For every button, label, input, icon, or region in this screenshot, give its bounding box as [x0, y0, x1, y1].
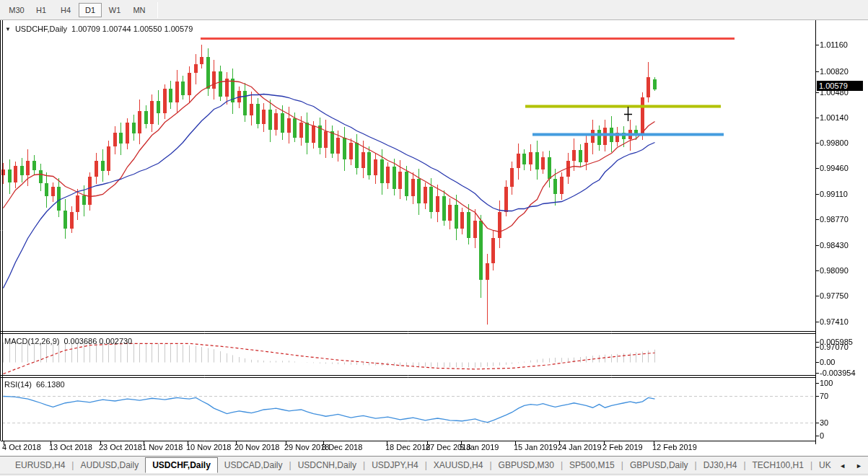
tab-usdjpy-h4[interactable]: USDJPY,H4 [365, 458, 424, 472]
macd-axis-label: 0.005985 [820, 338, 853, 346]
price-axis-label: 1.00140 [820, 113, 849, 122]
price-axis-label: 0.99110 [820, 190, 848, 198]
timeframe-button-mn[interactable]: MN [128, 3, 151, 17]
rsi-value: 66.1380 [36, 380, 65, 389]
price-axis-label: 0.98430 [820, 241, 849, 250]
timeframe-button-w1[interactable]: W1 [103, 3, 126, 17]
mt4-window: M30H1H4D1W1MN ▼ USDCHF,Daily 1.00709 1.0… [0, 0, 868, 476]
date-axis-label: 18 Dec 2018 [385, 443, 430, 451]
tab-xauusd-h4[interactable]: XAUUSD,H4 [427, 458, 490, 472]
chart-dropdown-icon[interactable]: ▼ [5, 26, 11, 32]
price-axis-label: 0.98090 [820, 266, 849, 275]
date-axis-label: 15 Jan 2019 [514, 443, 558, 451]
chart-window: ▼ USDCHF,Daily 1.00709 1.00744 1.00550 1… [0, 20, 868, 456]
date-axis-label: 24 Jan 2019 [558, 443, 602, 451]
tab-usdcad-daily[interactable]: USDCAD,Daily [218, 458, 289, 472]
date-axis-label: 12 Feb 2019 [652, 443, 697, 451]
tab-scroll-left-icon[interactable]: ◄ [839, 462, 846, 470]
tab-gbpusd-m30[interactable]: GBPUSD,M30 [492, 458, 561, 472]
timeframe-buttons: M30H1H4D1W1MN [4, 3, 152, 17]
tab-scroll-controls: ◄ ► [836, 457, 865, 474]
price-axis-label: 0.99460 [820, 164, 849, 172]
macd-indicator-label: MACD(12,26,9) 0.003686 0.002730 [4, 337, 132, 345]
tab-usdchf-daily[interactable]: USDCHF,Daily [145, 457, 218, 473]
rsi-name: RSI(14) [4, 380, 32, 389]
price-axis-label: 0.97750 [820, 291, 849, 300]
rsi-axis-label: 30 [820, 418, 828, 427]
price-axis-label: 1.00820 [820, 67, 849, 76]
timeframe-button-m30[interactable]: M30 [5, 3, 28, 17]
macd-values: 0.003686 0.002730 [63, 337, 132, 345]
toolbar-separator [157, 2, 158, 18]
tab-audusd-daily[interactable]: AUDUSD,Daily [74, 458, 145, 472]
macd-axis-label: 0.00 [820, 358, 835, 366]
rsi-axis-label: 0 [820, 431, 824, 440]
chart-ohlc-values: 1.00709 1.00744 1.00550 1.00579 [71, 25, 193, 33]
macd-name: MACD(12,26,9) [4, 337, 59, 345]
chart-tab-bar: EURUSD,H4|AUDUSD,DailyUSDCHF,DailyUSDCAD… [0, 456, 868, 474]
timeframe-button-d1[interactable]: D1 [79, 3, 102, 17]
date-axis-label: 23 Oct 2018 [99, 443, 142, 451]
timeframe-button-h4[interactable]: H4 [54, 3, 77, 17]
timeframe-button-h1[interactable]: H1 [30, 3, 53, 17]
date-axis-label: 4 Oct 2018 [2, 443, 41, 451]
chart-tabs: EURUSD,H4|AUDUSD,DailyUSDCHF,DailyUSDCAD… [9, 458, 837, 473]
date-axis-label: 13 Oct 2018 [49, 443, 92, 451]
current-price-badge: 1.00579 [817, 81, 863, 91]
date-axis-label: 8 Dec 2018 [322, 443, 362, 451]
price-axis-label: 0.98770 [820, 215, 849, 224]
date-axis-label: 20 Nov 2018 [234, 443, 279, 451]
price-axis-label: 0.97410 [820, 317, 849, 326]
tab-scroll-right-icon[interactable]: ► [856, 462, 862, 470]
tab-uk[interactable]: UK [812, 458, 837, 472]
tab-usdcnh-daily[interactable]: USDCNH,Daily [291, 458, 363, 472]
price-axis-label: 0.99800 [820, 138, 849, 147]
macd-axis-label: -0.003954 [820, 369, 856, 377]
tab-tech100-h1[interactable]: TECH100,H1 [746, 458, 810, 472]
tab-gbpusd-daily[interactable]: GBPUSD,Daily [623, 458, 695, 472]
rsi-axis-label: 70 [820, 392, 828, 400]
date-axis-label: 1 Nov 2018 [142, 443, 183, 451]
chart-header[interactable]: ▼ USDCHF,Daily 1.00709 1.00744 1.00550 1… [5, 25, 193, 33]
price-axis-label: 1.01160 [820, 40, 848, 49]
timeframe-toolbar: M30H1H4D1W1MN [0, 0, 868, 20]
price-chart-canvas[interactable] [0, 20, 868, 456]
date-axis-label: 10 Nov 2018 [186, 443, 231, 451]
chart-symbol-label: USDCHF,Daily [15, 25, 67, 33]
tab-sp500-m15[interactable]: SP500,M15 [563, 458, 621, 472]
date-axis-label: 2 Feb 2019 [602, 443, 643, 451]
rsi-axis-label: 100 [820, 379, 833, 387]
rsi-indicator-label: RSI(14) 66.1380 [4, 380, 65, 389]
date-axis-label: 5 Jan 2019 [460, 443, 499, 451]
tab-dj30-h4[interactable]: DJ30,H4 [697, 458, 744, 472]
tab-eurusd-h4[interactable]: EURUSD,H4 [9, 458, 71, 472]
